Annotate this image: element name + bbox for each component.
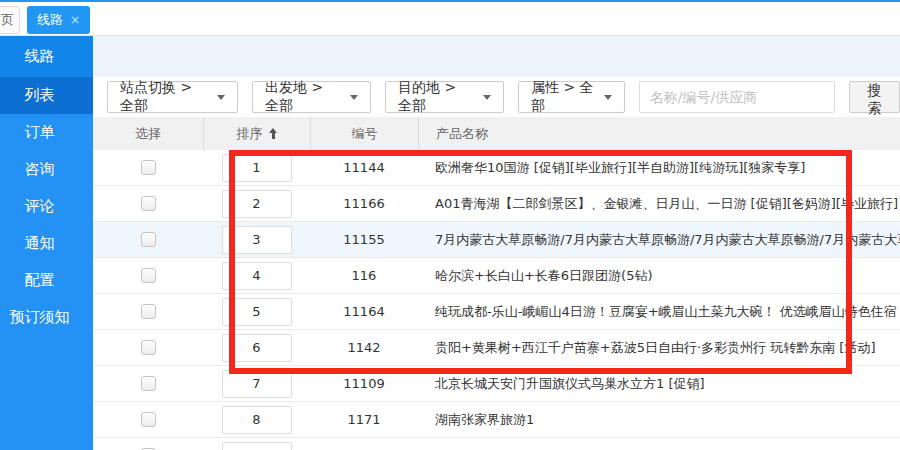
product-name: 7月内蒙古大草原畅游/7月内蒙古大草原畅游/7月内蒙古大草原畅游/7月内蒙古大草…	[418, 231, 900, 249]
sidebar-item-label: 列表	[25, 86, 55, 104]
sort-order-input[interactable]	[222, 190, 292, 218]
product-name: 哈尔滨+长白山+长春6日跟团游(5钻)	[418, 267, 900, 285]
sidebar-item[interactable]: 线路	[0, 36, 93, 77]
product-name: 北京长城天安门升国旗仪式鸟巢水立方1 [促销]	[418, 375, 900, 393]
header-sort-label: 排序	[237, 126, 263, 141]
sidebar-item-label: 通知	[25, 234, 55, 252]
breadcrumb-band	[93, 36, 900, 77]
caret-down-icon	[217, 95, 225, 100]
row-checkbox[interactable]	[141, 304, 156, 319]
row-checkbox[interactable]	[141, 376, 156, 391]
sort-cell	[203, 226, 310, 254]
sort-up-icon	[269, 128, 278, 139]
sort-cell	[203, 370, 310, 398]
search-button[interactable]: 搜索	[849, 81, 900, 113]
sort-order-input[interactable]	[222, 298, 292, 326]
table-body: 11144 欧洲奢华10国游 [促销][毕业旅行][半自助游][纯游玩][独家专…	[93, 150, 900, 450]
sidebar-item[interactable]: 评论	[0, 188, 93, 225]
sort-order-input[interactable]	[222, 442, 292, 450]
header-id: 编号	[310, 117, 418, 150]
sidebar-item[interactable]: 订单	[0, 114, 93, 151]
filter-dropdown[interactable]: 属性 > 全部	[518, 81, 625, 113]
product-id: 11155	[310, 232, 418, 247]
sidebar-item[interactable]: 通知	[0, 225, 93, 262]
filter-dropdown-group: 站点切换 > 全部 出发地 > 全部 目的地 > 全部 属性 > 全部	[107, 81, 625, 113]
caret-down-icon	[350, 95, 358, 100]
filter-dropdown[interactable]: 目的地 > 全部	[385, 81, 504, 113]
product-id: 1171	[310, 412, 418, 427]
main-content: 站点切换 > 全部 出发地 > 全部 目的地 > 全部 属性 > 全部	[93, 36, 900, 450]
tab-lines-label: 线路	[37, 11, 63, 29]
product-id: 11109	[310, 376, 418, 391]
product-name: 纯玩成都-乐山-峨嵋山4日游！豆腐宴+峨眉山土菜九大碗！ 优选峨眉山特色住宿 1…	[418, 303, 900, 321]
row-checkbox[interactable]	[141, 196, 156, 211]
sidebar-item[interactable]: 配置	[0, 262, 93, 299]
sidebar-item-label: 评论	[25, 197, 55, 215]
product-name: 贵阳+黄果树+西江千户苗寨+荔波5日自由行·多彩贵州行 玩转黔东南 [活动]	[418, 339, 900, 357]
filter-dropdown-label: 目的地 > 全部	[398, 79, 474, 115]
filter-dropdown-label: 站点切换 > 全部	[120, 79, 208, 115]
product-name: 湖南张家界旅游1	[418, 411, 900, 429]
select-cell	[93, 196, 203, 211]
sidebar-item-label: 线路	[25, 47, 55, 65]
select-cell	[93, 268, 203, 283]
row-checkbox[interactable]	[141, 412, 156, 427]
sort-cell	[203, 406, 310, 434]
sidebar-item[interactable]: 列表	[0, 77, 93, 114]
sort-order-input[interactable]	[222, 226, 292, 254]
header-product-name: 产品名称	[418, 117, 900, 150]
sidebar-item[interactable]: 预订须知	[0, 299, 93, 336]
header-select: 选择	[93, 117, 203, 150]
sort-cell	[203, 298, 310, 326]
filter-dropdown-label: 出发地 > 全部	[265, 79, 341, 115]
sidebar-item-label: 预订须知	[10, 308, 70, 326]
sidebar-item[interactable]: 咨询	[0, 151, 93, 188]
table-row	[93, 438, 900, 450]
filter-bar: 站点切换 > 全部 出发地 > 全部 目的地 > 全部 属性 > 全部	[93, 77, 900, 117]
filter-dropdown-label: 属性 > 全部	[531, 79, 595, 115]
product-id: 11166	[310, 196, 418, 211]
select-cell	[93, 376, 203, 391]
caret-down-icon	[483, 95, 491, 100]
product-id: 11164	[310, 304, 418, 319]
caret-down-icon	[604, 95, 612, 100]
header-sort[interactable]: 排序	[203, 117, 310, 150]
table-row: 11109 北京长城天安门升国旗仪式鸟巢水立方1 [促销]	[93, 366, 900, 402]
filter-dropdown[interactable]: 出发地 > 全部	[252, 81, 371, 113]
close-icon[interactable]: ×	[70, 14, 80, 26]
table-row: 1142 贵阳+黄果树+西江千户苗寨+荔波5日自由行·多彩贵州行 玩转黔东南 […	[93, 330, 900, 366]
table-row: 1171 湖南张家界旅游1	[93, 402, 900, 438]
row-checkbox[interactable]	[141, 232, 156, 247]
row-checkbox[interactable]	[141, 160, 156, 175]
search-input[interactable]	[639, 81, 835, 113]
sort-cell	[203, 190, 310, 218]
select-cell	[93, 232, 203, 247]
sort-order-input[interactable]	[222, 406, 292, 434]
sort-order-input[interactable]	[222, 370, 292, 398]
sidebar: 线路 列表 订单 咨询 评论 通知 配置 预订须知	[0, 36, 93, 450]
row-checkbox[interactable]	[141, 268, 156, 283]
sort-cell	[203, 442, 310, 450]
table-row: 11144 欧洲奢华10国游 [促销][毕业旅行][半自助游][纯游玩][独家专…	[93, 150, 900, 186]
table-row: 116 哈尔滨+长白山+长春6日跟团游(5钻)	[93, 258, 900, 294]
sidebar-item-label: 订单	[25, 123, 55, 141]
tab-bar: 首页 线路 ×	[0, 0, 900, 36]
select-cell	[93, 340, 203, 355]
table-row: 11155 7月内蒙古大草原畅游/7月内蒙古大草原畅游/7月内蒙古大草原畅游/7…	[93, 222, 900, 258]
tab-lines-active[interactable]: 线路 ×	[27, 6, 90, 34]
sort-order-input[interactable]	[222, 334, 292, 362]
sort-cell	[203, 154, 310, 182]
row-checkbox[interactable]	[141, 340, 156, 355]
table-header: 选择 排序 编号 产品名称	[93, 117, 900, 150]
product-name: A01青海湖【二郎剑景区】、金银滩、日月山、一日游 [促销][爸妈游][毕业旅行…	[418, 195, 900, 213]
sort-order-input[interactable]	[222, 154, 292, 182]
sort-cell	[203, 262, 310, 290]
table-row: 11164 纯玩成都-乐山-峨嵋山4日游！豆腐宴+峨眉山土菜九大碗！ 优选峨眉山…	[93, 294, 900, 330]
table-row: 11166 A01青海湖【二郎剑景区】、金银滩、日月山、一日游 [促销][爸妈游…	[93, 186, 900, 222]
select-cell	[93, 412, 203, 427]
sidebar-item-label: 咨询	[25, 160, 55, 178]
sort-order-input[interactable]	[222, 262, 292, 290]
filter-dropdown[interactable]: 站点切换 > 全部	[107, 81, 238, 113]
select-cell	[93, 160, 203, 175]
tab-home[interactable]: 首页	[0, 6, 20, 34]
